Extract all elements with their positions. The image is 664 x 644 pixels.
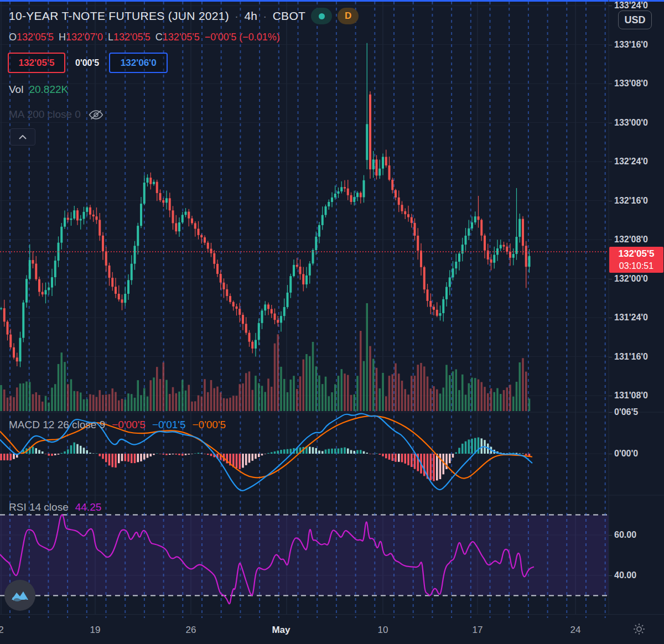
symbol-header[interactable]: 10-YEAR T-NOTE FUTURES (JUN 2021) · 4h ·… (9, 8, 359, 24)
candle-body (111, 278, 113, 287)
candle-body (258, 323, 260, 340)
volume-bar (245, 373, 247, 411)
volume-bar (494, 392, 496, 411)
volume-value: 20.822K (29, 84, 68, 96)
volume-bar (417, 365, 419, 411)
symbol-title[interactable]: 10-YEAR T-NOTE FUTURES (JUN 2021) (9, 9, 229, 23)
candle-body (127, 280, 129, 294)
theme-settings-button[interactable] (631, 621, 647, 637)
macd-histogram-bar (255, 454, 257, 459)
macd-legend[interactable]: MACD 12 26 close 9 −0'00'5 −0'01'5 −0'00… (9, 419, 226, 431)
axis-tick (609, 396, 612, 396)
candle-body (140, 204, 142, 226)
macd-histogram-bar (67, 449, 69, 454)
price-axis-label: 132'24'0 (614, 157, 648, 167)
volume-bar (38, 395, 40, 411)
macd-histogram-bar (404, 454, 407, 464)
volume-bar (382, 373, 384, 411)
macd-histogram-bar (280, 450, 282, 454)
volume-bar (512, 397, 515, 411)
bid-ask-row: 132'05'5 0'00'5 132'06'0 (8, 53, 168, 73)
volume-bar (478, 380, 480, 411)
volume-bar (64, 362, 66, 411)
chart-canvas[interactable] (0, 0, 664, 644)
candle-body (245, 324, 247, 333)
volume-bar (449, 375, 451, 411)
volume-bar (334, 384, 336, 411)
candle-body (38, 279, 40, 292)
candle-body (267, 304, 269, 309)
volume-bar (496, 388, 499, 411)
delayed-data-badge[interactable]: D (338, 8, 359, 24)
macd-histogram-bar (414, 454, 416, 469)
currency-badge[interactable]: USD (618, 11, 652, 29)
candle-body (60, 227, 63, 243)
macd-histogram-bar (140, 454, 142, 461)
macd-histogram-bar (153, 454, 155, 455)
volume-bar (89, 394, 91, 411)
candle-body (388, 165, 391, 180)
macd-histogram-bar (388, 454, 391, 460)
volume-bar (178, 392, 180, 411)
volume-bar (318, 376, 320, 411)
ma-legend[interactable]: MA 200 close 0 (9, 108, 103, 121)
macd-histogram-bar (207, 454, 209, 455)
macd-histogram-bar (264, 454, 267, 454)
candle-body (427, 289, 429, 301)
volume-bar (3, 389, 6, 411)
volume-bar (7, 398, 9, 411)
volume-bar (147, 397, 149, 411)
tradingview-logo[interactable] (4, 580, 35, 611)
candle-body (232, 302, 235, 307)
macd-histogram-bar (366, 453, 369, 454)
separator-dot: · (263, 9, 267, 23)
volume-bar (127, 393, 129, 411)
macd-histogram-bar (344, 448, 346, 454)
macd-histogram-bar (58, 454, 60, 455)
time-axis[interactable]: 21926May101724 (0, 614, 664, 644)
candle-body (271, 309, 273, 313)
collapse-legend-button[interactable] (10, 128, 35, 146)
volume-bar (99, 390, 101, 411)
volume-bar (331, 392, 333, 411)
candle-body (455, 262, 457, 268)
candle-body (7, 321, 9, 334)
market-status-badge[interactable] (311, 8, 332, 24)
candle-body (54, 261, 56, 277)
volume-bar (165, 380, 168, 411)
volume-bar (503, 390, 505, 411)
macd-histogram-bar (277, 451, 279, 454)
volume-bar (354, 394, 356, 411)
candle-body (449, 277, 451, 287)
macd-histogram-bar (258, 454, 260, 457)
candle-body (70, 219, 72, 220)
volume-bar (321, 384, 324, 411)
candle-body (347, 189, 349, 195)
eye-off-icon[interactable] (89, 110, 103, 120)
macd-histogram-bar (267, 453, 269, 454)
volume-bar (220, 392, 222, 411)
volume-bar (29, 382, 31, 411)
volume-bar (236, 396, 238, 411)
buy-button[interactable]: 132'06'0 (109, 53, 168, 73)
volume-bar (296, 389, 298, 411)
volume-bar (344, 373, 346, 411)
rsi-legend[interactable]: RSI 14 close 44.25 (9, 501, 101, 513)
volume-bar (363, 361, 365, 411)
interval-label[interactable]: 4h (244, 9, 257, 23)
candle-body (86, 207, 88, 212)
candle-body (45, 290, 47, 294)
candle-body (338, 191, 340, 194)
volume-legend[interactable]: Vol 20.822K (9, 84, 68, 96)
macd-line-value: −0'01'5 (152, 419, 186, 431)
macd-histogram-bar (360, 450, 362, 454)
sell-button[interactable]: 132'05'5 (8, 53, 65, 73)
price-axis[interactable]: 133'24'0133'16'0133'08'0133'00'0132'24'0… (609, 0, 664, 614)
ma-label: MA 200 close 0 (9, 108, 81, 121)
volume-bar (25, 382, 28, 411)
volume-bar (366, 303, 369, 411)
candle-body (525, 246, 527, 267)
macd-histogram-bar (455, 453, 458, 454)
candle-body (147, 178, 149, 183)
candle-body (35, 263, 37, 279)
